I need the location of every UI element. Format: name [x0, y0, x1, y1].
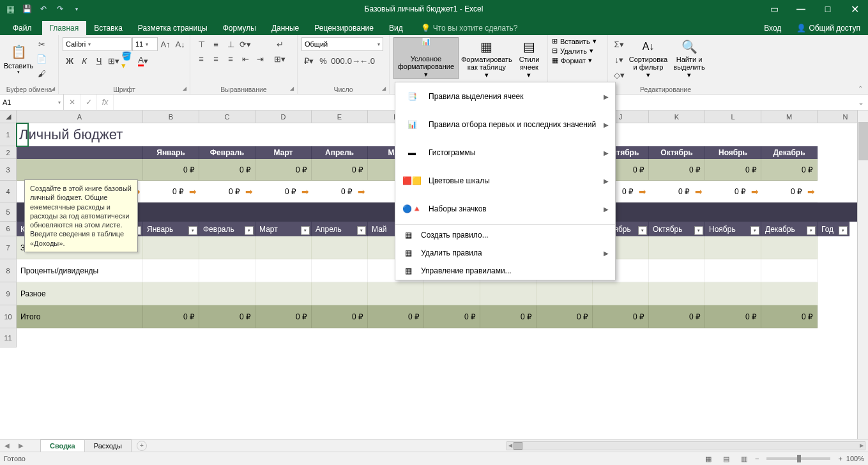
- expand-formula-bar-button[interactable]: ⌄: [854, 95, 868, 110]
- cancel-formula-button[interactable]: ✕: [64, 95, 80, 110]
- filter-button[interactable]: ▾: [638, 226, 647, 235]
- menu-data-bars[interactable]: ▬ Гистограммы ▶: [395, 139, 615, 167]
- filter-button[interactable]: ▾: [694, 226, 703, 235]
- menu-icon-sets[interactable]: 🔵🔺 Наборы значков ▶: [395, 195, 615, 223]
- tab-data[interactable]: Данные: [264, 21, 307, 35]
- new-sheet-button[interactable]: +: [137, 441, 147, 451]
- insert-function-button[interactable]: fx: [97, 95, 114, 110]
- conditional-formatting-button[interactable]: 📊 Условное форматирование▾: [393, 37, 459, 79]
- redo-button[interactable]: ↷: [52, 1, 68, 17]
- customize-qat-button[interactable]: ▾: [69, 1, 84, 17]
- align-right-button[interactable]: ≡: [224, 52, 238, 66]
- delete-cells-button[interactable]: ⊟ Удалить ▾: [552, 47, 597, 55]
- filter-button[interactable]: ▾: [188, 226, 197, 235]
- wrap-text-button[interactable]: ↵: [271, 37, 289, 51]
- cut-button[interactable]: ✂: [34, 37, 49, 51]
- format-painter-button[interactable]: 🖌: [34, 66, 49, 80]
- font-color-button[interactable]: A▾: [136, 54, 150, 68]
- sort-filter-button[interactable]: A↓ Сортировка и фильтр▾: [628, 37, 668, 79]
- increase-indent-button[interactable]: ⇥: [253, 52, 267, 66]
- align-bottom-button[interactable]: ⊥: [224, 37, 238, 51]
- column-header[interactable]: B: [143, 111, 199, 123]
- italic-button[interactable]: К: [77, 54, 91, 68]
- orientation-button[interactable]: ⟳▾: [238, 37, 252, 51]
- align-top-button[interactable]: ⊤: [194, 37, 208, 51]
- merge-center-button[interactable]: ⊞▾: [271, 52, 289, 66]
- filter-button[interactable]: ▾: [750, 226, 759, 235]
- tab-insert[interactable]: Вставка: [86, 21, 130, 35]
- column-header[interactable]: K: [649, 111, 705, 123]
- filter-button[interactable]: ▾: [357, 226, 366, 235]
- bold-button[interactable]: Ж: [63, 54, 77, 68]
- zoom-in-button[interactable]: +: [838, 455, 842, 462]
- menu-color-scales[interactable]: 🟥🟨 Цветовые шкалы ▶: [395, 167, 615, 195]
- increase-decimal-button[interactable]: .0→: [346, 54, 360, 68]
- fill-button[interactable]: ↓▾: [612, 52, 626, 66]
- view-page-break-button[interactable]: ▥: [737, 453, 751, 464]
- paste-button[interactable]: 📋 Вставить ▾: [4, 37, 33, 79]
- select-all-button[interactable]: ◢: [0, 111, 17, 123]
- comma-button[interactable]: 000: [331, 54, 345, 68]
- decrease-indent-button[interactable]: ⇤: [238, 52, 252, 66]
- clipboard-launcher[interactable]: ◢: [49, 86, 57, 93]
- decrease-font-button[interactable]: A↓: [173, 37, 187, 51]
- tab-view[interactable]: Вид: [381, 21, 411, 35]
- font-launcher[interactable]: ◢: [181, 86, 188, 93]
- menu-highlight-cells-rules[interactable]: 📑 Правила выделения ячеек ▶: [395, 82, 615, 111]
- view-page-layout-button[interactable]: ▤: [719, 453, 733, 464]
- menu-new-rule[interactable]: ▦ Создать правило...: [395, 226, 615, 244]
- decrease-decimal-button[interactable]: ←.0: [360, 54, 374, 68]
- filter-button[interactable]: ▾: [807, 226, 816, 235]
- align-launcher[interactable]: ◢: [288, 86, 296, 93]
- close-button[interactable]: ✕: [844, 0, 865, 18]
- column-header[interactable]: L: [705, 111, 761, 123]
- minimize-button[interactable]: —: [790, 0, 812, 18]
- sheet-nav-prev[interactable]: ◀: [0, 439, 14, 452]
- filter-button[interactable]: ▾: [245, 226, 254, 235]
- save-button[interactable]: 💾: [19, 1, 34, 17]
- undo-button[interactable]: ↶: [36, 1, 51, 17]
- percent-button[interactable]: %: [316, 54, 330, 68]
- collapse-ribbon-button[interactable]: ⌃: [855, 84, 865, 93]
- column-header[interactable]: A: [17, 111, 143, 123]
- number-format-combo[interactable]: Общий▾: [301, 37, 383, 51]
- tab-review[interactable]: Рецензирование: [307, 21, 381, 35]
- menu-manage-rules[interactable]: ▦ Управление правилами...: [395, 262, 615, 280]
- category-cell[interactable]: Разное: [17, 282, 143, 305]
- enter-formula-button[interactable]: ✓: [80, 95, 97, 110]
- tab-formulas[interactable]: Формулы: [215, 21, 264, 35]
- align-center-button[interactable]: ≡: [209, 52, 223, 66]
- sheet-tab-summary[interactable]: Сводка: [40, 439, 85, 452]
- font-size-combo[interactable]: 11▾: [132, 37, 158, 51]
- font-name-combo[interactable]: Calibri▾: [63, 37, 132, 51]
- find-select-button[interactable]: 🔍 Найти и выделить▾: [671, 37, 708, 79]
- format-as-table-button[interactable]: ▦ Форматировать как таблицу▾: [460, 37, 514, 79]
- tab-home[interactable]: Главная: [42, 21, 87, 35]
- column-header[interactable]: C: [199, 111, 255, 123]
- fill-color-button[interactable]: 🪣▾: [121, 54, 135, 68]
- format-cells-button[interactable]: ▦ Формат ▾: [552, 56, 597, 65]
- category-cell[interactable]: Итого: [17, 305, 143, 328]
- filter-button[interactable]: ▾: [301, 226, 310, 235]
- number-launcher[interactable]: ◢: [380, 86, 388, 93]
- maximize-button[interactable]: □: [817, 0, 839, 18]
- tab-file[interactable]: Файл: [3, 21, 42, 35]
- ribbon-display-options[interactable]: ▭: [763, 0, 785, 18]
- name-box-input[interactable]: [3, 98, 41, 106]
- sheet-nav-next[interactable]: ▶: [14, 439, 28, 452]
- zoom-slider[interactable]: [766, 457, 830, 460]
- tab-page-layout[interactable]: Разметка страницы: [130, 21, 215, 35]
- zoom-out-button[interactable]: −: [755, 455, 759, 462]
- category-cell[interactable]: Проценты/дивиденды: [17, 259, 143, 282]
- underline-button[interactable]: Ч: [92, 54, 106, 68]
- border-button[interactable]: ⊞▾: [107, 54, 121, 68]
- menu-top-bottom-rules[interactable]: 📊 Правила отбора первых и последних знач…: [395, 111, 615, 139]
- align-middle-button[interactable]: ≡: [209, 37, 223, 51]
- copy-button[interactable]: 📄: [34, 52, 49, 66]
- name-box[interactable]: ▾: [0, 95, 64, 110]
- column-header[interactable]: D: [255, 111, 312, 123]
- increase-font-button[interactable]: A↑: [158, 37, 172, 51]
- currency-button[interactable]: ₽▾: [301, 54, 316, 68]
- clear-button[interactable]: ◇▾: [612, 68, 626, 82]
- view-normal-button[interactable]: ▦: [701, 453, 715, 464]
